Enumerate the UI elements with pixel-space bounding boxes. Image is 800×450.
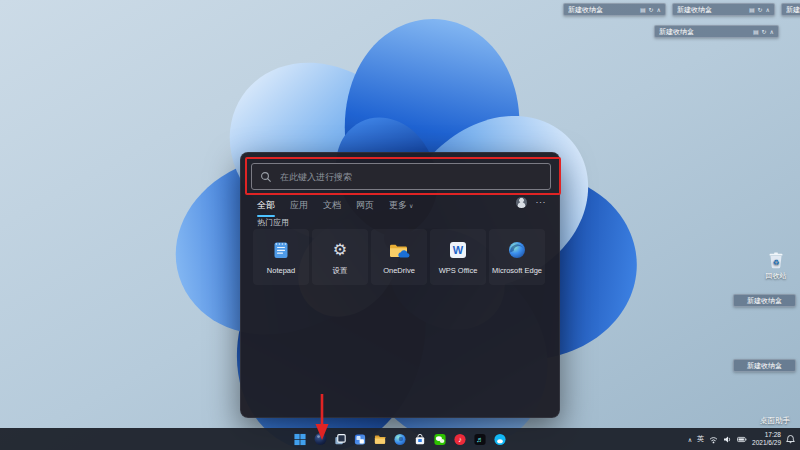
- app-tile-label: OneDrive: [383, 266, 415, 275]
- onedrive-icon: [388, 239, 410, 261]
- search-filter-tabs: 全部 应用 文档 网页 更多∨: [257, 199, 413, 212]
- task-view-icon: [334, 433, 347, 446]
- box-collapse-icon[interactable]: ∧: [766, 6, 770, 13]
- video-app-icon: ♬: [474, 433, 487, 446]
- organizer-box-title: 新建收纳盒: [747, 296, 782, 306]
- input-indicator[interactable]: 英: [697, 434, 704, 444]
- svg-text:W: W: [453, 244, 464, 256]
- tab-web[interactable]: 网页: [356, 199, 374, 212]
- section-title: 热门应用: [257, 217, 289, 228]
- box-refresh-icon[interactable]: ↻: [762, 28, 767, 35]
- tray-date: 2021/6/29: [752, 439, 781, 447]
- more-options-icon[interactable]: ···: [536, 198, 547, 207]
- search-box[interactable]: [251, 163, 551, 190]
- music-app-icon: ♪: [454, 433, 467, 446]
- edge-button[interactable]: [393, 432, 408, 447]
- tab-all[interactable]: 全部: [257, 199, 275, 212]
- store-bag-icon: [414, 433, 427, 446]
- organizer-box-collapsed[interactable]: 新建收纳盒: [733, 359, 796, 372]
- volume-icon[interactable]: [723, 435, 732, 444]
- task-view-button[interactable]: [333, 432, 348, 447]
- box-menu-icon[interactable]: ▤: [749, 6, 755, 13]
- folder-icon: [374, 433, 387, 446]
- organizer-box-title: 新建收纳盒: [659, 27, 753, 37]
- chat-app-icon: [434, 433, 447, 446]
- start-button[interactable]: [293, 432, 308, 447]
- tab-more-label: 更多: [389, 200, 407, 210]
- svg-text:♬: ♬: [476, 435, 483, 444]
- wechat-button[interactable]: [433, 432, 448, 447]
- windows-logo-icon: [294, 433, 307, 446]
- edge-icon: [506, 239, 528, 261]
- app-tile-label: WPS Office: [439, 266, 478, 275]
- music-app-button[interactable]: ♪: [453, 432, 468, 447]
- notification-bell-icon[interactable]: [786, 434, 795, 444]
- recycle-bin-label: 回收站: [756, 271, 796, 281]
- organizer-box-toolbar[interactable]: 新建收纳盒: [781, 3, 800, 16]
- widgets-icon: [354, 433, 367, 446]
- app-tile-label: 设置: [333, 266, 348, 276]
- app-tile-edge[interactable]: Microsoft Edge: [489, 229, 545, 285]
- app-tile-settings[interactable]: ⚙ 设置: [312, 229, 368, 285]
- app-tile-label: Notepad: [267, 266, 295, 275]
- organizer-box-toolbar[interactable]: 新建收纳盒 ▤↻∧: [563, 3, 666, 16]
- user-avatar[interactable]: [516, 197, 527, 208]
- organizer-box-toolbar[interactable]: 新建收纳盒 ▤↻∧: [672, 3, 775, 16]
- qq-button[interactable]: [493, 432, 508, 447]
- organizer-box-title: 新建收纳盒: [786, 5, 800, 15]
- recycle-bin-icon: ♻: [766, 250, 786, 270]
- taskbar: ♪ ♬ ∧ 英: [0, 428, 800, 450]
- tray-chevron-icon[interactable]: ∧: [688, 436, 692, 443]
- app-tile-label: Microsoft Edge: [492, 266, 542, 275]
- organizer-box-title: 新建收纳盒: [747, 361, 782, 371]
- wps-icon: W: [447, 239, 469, 261]
- app-tile-wps[interactable]: W WPS Office: [430, 229, 486, 285]
- box-refresh-icon[interactable]: ↻: [649, 6, 654, 13]
- search-icon: [260, 171, 272, 183]
- tray-time: 17:28: [752, 431, 781, 439]
- store-button[interactable]: [413, 432, 428, 447]
- tab-apps[interactable]: 应用: [290, 199, 308, 212]
- edge-icon: [394, 433, 407, 446]
- box-collapse-icon[interactable]: ∧: [657, 6, 661, 13]
- svg-text:♻: ♻: [773, 258, 780, 267]
- organizer-box-title: 新建收纳盒: [677, 5, 749, 15]
- app-tile-notepad[interactable]: Notepad: [253, 229, 309, 285]
- tab-more[interactable]: 更多∨: [389, 199, 413, 212]
- search-input[interactable]: [278, 171, 542, 183]
- search-panel: 全部 应用 文档 网页 更多∨ ··· 热门应用 Notepad ⚙: [240, 152, 560, 418]
- box-menu-icon[interactable]: ▤: [640, 6, 646, 13]
- svg-text:♪: ♪: [458, 435, 462, 444]
- organizer-box-toolbar[interactable]: 新建收纳盒 ▤↻∧: [654, 25, 779, 38]
- box-menu-icon[interactable]: ▤: [753, 28, 759, 35]
- file-explorer-button[interactable]: [373, 432, 388, 447]
- tiktok-button[interactable]: ♬: [473, 432, 488, 447]
- app-tile-onedrive[interactable]: OneDrive: [371, 229, 427, 285]
- tab-documents[interactable]: 文档: [323, 199, 341, 212]
- qq-app-icon: [494, 433, 507, 446]
- chevron-down-icon: ∨: [409, 203, 413, 209]
- notepad-icon: [270, 239, 292, 261]
- clock[interactable]: 17:28 2021/6/29: [752, 431, 781, 447]
- recycle-bin[interactable]: ♻ 回收站: [756, 250, 796, 281]
- box-refresh-icon[interactable]: ↻: [758, 6, 763, 13]
- widgets-button[interactable]: [353, 432, 368, 447]
- top-apps-row: Notepad ⚙ 设置 OneDrive W W: [253, 229, 545, 285]
- search-orb-icon: [313, 432, 327, 446]
- organizer-box-title: 新建收纳盒: [568, 5, 640, 15]
- box-collapse-icon[interactable]: ∧: [770, 28, 774, 35]
- taskbar-search-button[interactable]: [313, 432, 328, 447]
- wifi-icon[interactable]: [709, 435, 718, 444]
- battery-icon[interactable]: [737, 435, 747, 444]
- settings-gear-icon: ⚙: [329, 239, 351, 261]
- desktop-assistant-label[interactable]: 桌面助手: [760, 416, 790, 426]
- organizer-box-collapsed[interactable]: 新建收纳盒: [733, 294, 796, 307]
